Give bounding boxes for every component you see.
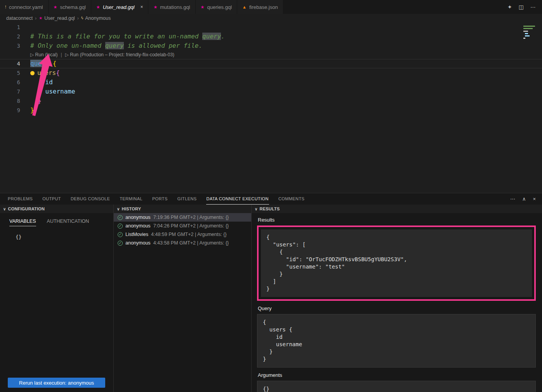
code-line-4[interactable]: 4query { bbox=[0, 59, 542, 68]
line-number: 1 bbox=[0, 23, 20, 32]
history-item[interactable]: ✓ListMovies4:48:59 PM GMT+2 | Arguments:… bbox=[114, 230, 251, 239]
history-name: anonymous bbox=[125, 223, 151, 229]
code-token: username bbox=[45, 88, 75, 95]
symbol-query-icon: ϟ bbox=[81, 16, 83, 20]
line-number: 3 bbox=[0, 41, 20, 50]
codelens: ▷ Run (local)|▷ Run (Production – Projec… bbox=[0, 50, 542, 59]
history-panel: ∨ HISTORY ✓anonymous7:19:36 PM GMT+2 | A… bbox=[114, 205, 252, 392]
graphql-file-icon: ★ bbox=[153, 5, 157, 9]
breadcrumb: dataconnect›★User_read.gql›ϟAnonymous bbox=[0, 14, 542, 23]
tab-firebase.json[interactable]: ▲firebase.json bbox=[237, 0, 283, 14]
editor[interactable]: 12# This is a file for you to write an u… bbox=[0, 23, 542, 193]
breadcrumb-item-user-read.gql[interactable]: ★User_read.gql bbox=[39, 16, 75, 21]
results-panel: ∨ RESULTS Results{ "users": [ { "id": "O… bbox=[252, 205, 542, 392]
config-tab-authentication[interactable]: AUTHENTICATION bbox=[47, 219, 89, 226]
bottom-panel: PROBLEMSOUTPUTDEBUG CONSOLETERMINALPORTS… bbox=[0, 193, 542, 392]
tab-connector.yaml[interactable]: !connector.yaml bbox=[0, 0, 49, 14]
history-item[interactable]: ✓anonymous7:19:36 PM GMT+2 | Arguments: … bbox=[114, 213, 251, 222]
codelens-gutter bbox=[0, 50, 30, 59]
results-content: Results{ "users": [ { "id": "OrTucFODZHT… bbox=[252, 213, 542, 392]
panel-tab-gitlens[interactable]: GITLENS bbox=[177, 193, 197, 205]
config-tab-variables[interactable]: VARIABLES bbox=[9, 219, 36, 226]
breadcrumb-separator: › bbox=[77, 16, 79, 21]
yaml-file-icon: ! bbox=[5, 5, 6, 9]
code-token: } bbox=[30, 106, 34, 114]
code-line-7[interactable]: 7 username bbox=[0, 87, 542, 96]
breadcrumb-label: User_read.gql bbox=[44, 16, 75, 21]
code-token: # Only one un-named bbox=[30, 42, 105, 49]
code-line-6[interactable]: 6 id bbox=[0, 78, 542, 87]
breadcrumb-item-dataconnect[interactable]: dataconnect bbox=[6, 16, 33, 21]
more-actions-icon[interactable]: ⋯ bbox=[530, 4, 536, 10]
configuration-panel: ∨ CONFIGURATION VARIABLESAUTHENTICATION … bbox=[0, 205, 114, 392]
close-panel-icon[interactable]: × bbox=[533, 196, 536, 202]
panel-actions: ⋯∧× bbox=[510, 193, 539, 205]
code-token bbox=[30, 78, 45, 86]
breadcrumb-item-anonymous[interactable]: ϟAnonymous bbox=[81, 16, 111, 21]
panel-tab-data-connect-execution[interactable]: DATA CONNECT EXECUTION bbox=[206, 193, 269, 205]
rerun-button[interactable]: Rerun last execution: anonymous bbox=[8, 378, 105, 388]
minimap[interactable] bbox=[523, 24, 537, 43]
tab-queries.gql[interactable]: ★queries.gql bbox=[196, 0, 237, 14]
panel-tab-debug-console[interactable]: DEBUG CONSOLE bbox=[70, 193, 110, 205]
code-line-8[interactable]: 8 } bbox=[0, 96, 542, 106]
tab-user-read.gql[interactable]: ★User_read.gql× bbox=[91, 0, 149, 14]
graphql-file-icon: ★ bbox=[54, 5, 57, 9]
code-token: . bbox=[221, 33, 225, 40]
code-line-2[interactable]: 2# This is a file for you to write an un… bbox=[0, 32, 542, 41]
panel-tab-ports[interactable]: PORTS bbox=[152, 193, 168, 205]
run-production-link[interactable]: ▷ Run (Production – Project: friendly-fl… bbox=[65, 50, 174, 59]
history-list: ✓anonymous7:19:36 PM GMT+2 | Arguments: … bbox=[114, 213, 251, 392]
tab-label: firebase.json bbox=[249, 4, 278, 10]
code-token: is allowed per file. bbox=[124, 42, 202, 49]
panel-tab-output[interactable]: OUTPUT bbox=[42, 193, 61, 205]
section-heading-query: Query bbox=[258, 305, 536, 311]
code-token: query bbox=[30, 60, 49, 67]
panel-tab-comments[interactable]: COMMENTS bbox=[278, 193, 305, 205]
chevron-down-icon: ∨ bbox=[3, 207, 6, 211]
codelens-separator: | bbox=[61, 50, 62, 59]
history-item[interactable]: ✓anonymous7:04:26 PM GMT+2 | Arguments: … bbox=[114, 222, 251, 230]
chevron-down-icon: ∨ bbox=[117, 207, 120, 211]
code-token bbox=[49, 60, 53, 67]
maximize-panel-icon[interactable]: ∧ bbox=[522, 196, 526, 202]
tab-label: User_read.gql bbox=[103, 4, 135, 10]
code-line-9[interactable]: 9} bbox=[0, 106, 542, 115]
tab-label: mutations.gql bbox=[160, 4, 190, 10]
code-token: { bbox=[56, 69, 60, 76]
line-number: 8 bbox=[0, 96, 20, 106]
check-circle-icon: ✓ bbox=[118, 232, 123, 237]
tab-mutations.gql[interactable]: ★mutations.gql bbox=[148, 0, 195, 14]
configuration-header[interactable]: ∨ CONFIGURATION bbox=[0, 205, 113, 213]
line-number: 9 bbox=[0, 106, 20, 115]
code-line-1[interactable]: 1 bbox=[0, 23, 542, 32]
code-line-5[interactable]: 5users{ bbox=[0, 68, 542, 78]
graphql-file-icon: ★ bbox=[201, 5, 205, 9]
more-actions-icon[interactable]: ⋯ bbox=[510, 196, 515, 202]
panel-tab-terminal[interactable]: TERMINAL bbox=[119, 193, 143, 205]
results-header[interactable]: ∨ RESULTS bbox=[252, 205, 542, 213]
close-icon[interactable]: × bbox=[140, 4, 143, 10]
run-local-link[interactable]: ▷ Run (local) bbox=[30, 50, 58, 59]
history-header[interactable]: ∨ HISTORY bbox=[114, 205, 251, 213]
code-line-3[interactable]: 3# Only one un-named query is allowed pe… bbox=[0, 41, 542, 50]
graphql-file-icon: ★ bbox=[39, 16, 42, 20]
line-number: 6 bbox=[0, 78, 20, 87]
history-item[interactable]: ✓anonymous4:43:58 PM GMT+2 | Arguments: … bbox=[114, 239, 251, 247]
titlebar-actions: ✦◫⋯ bbox=[501, 0, 542, 14]
panel-tab-problems[interactable]: PROBLEMS bbox=[7, 193, 33, 205]
lightbulb-icon[interactable] bbox=[30, 71, 35, 75]
annotation-highlight: { "users": [ { "id": "OrTucFODZHTksvBSBU… bbox=[257, 225, 536, 301]
copilot-icon[interactable]: ✦ bbox=[507, 4, 512, 10]
tab-schema.gql[interactable]: ★schema.gql bbox=[49, 0, 91, 14]
code-block-query: { users { id username } } bbox=[257, 314, 536, 368]
line-number: 2 bbox=[0, 32, 20, 41]
history-detail: 7:19:36 PM GMT+2 | Arguments: {} bbox=[153, 215, 229, 220]
history-detail: 4:48:59 PM GMT+2 | Arguments: {} bbox=[151, 232, 227, 237]
history-detail: 7:04:26 PM GMT+2 | Arguments: {} bbox=[153, 223, 229, 229]
results-title: RESULTS bbox=[260, 206, 280, 211]
code-block-arguments: {} bbox=[257, 381, 536, 392]
variables-value: {} bbox=[0, 226, 113, 240]
split-editor-icon[interactable]: ◫ bbox=[519, 4, 524, 10]
panel-body: ∨ CONFIGURATION VARIABLESAUTHENTICATION … bbox=[0, 205, 542, 392]
